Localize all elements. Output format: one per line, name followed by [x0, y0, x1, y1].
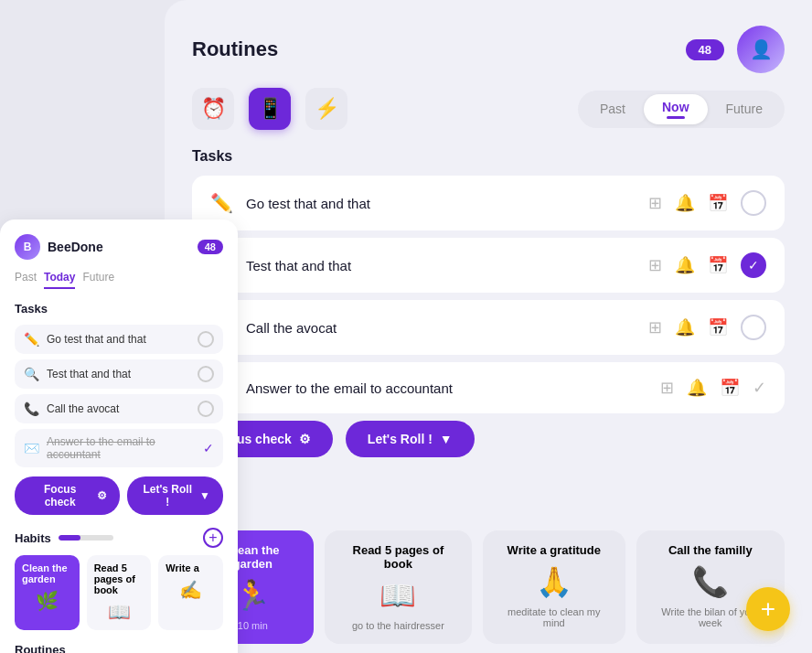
main-task-circle-0[interactable] [741, 190, 766, 216]
main-habit-card-2[interactable]: Write a gratitude 🙏 meditate to clean my… [483, 530, 625, 644]
time-tab-future[interactable]: Future [708, 96, 781, 122]
lets-roll-button-main[interactable]: Let's Roll ! ▼ [346, 421, 475, 457]
sidebar-header: B BeeDone 48 [15, 234, 223, 260]
main-habit-title-1: Read 5 pages of book [337, 543, 459, 571]
filter-icon: ⚙ [97, 489, 107, 502]
task-action-calendar-2[interactable]: 📅 [708, 317, 728, 337]
time-tab-underline [667, 116, 685, 119]
main-habit-icon-1: 📖 [379, 578, 416, 613]
task-action-alarm-3[interactable]: 🔔 [687, 378, 707, 398]
habit-card-1[interactable]: Read 5 pages of book 📖 [87, 555, 152, 630]
habit-cards-main: Clean the garden 🏃 10 min Read 5 pages o… [192, 530, 785, 644]
notification-badge-sidebar: 48 [198, 240, 223, 254]
main-tasks-title: Tasks [192, 148, 785, 165]
habits-section-sidebar: Habits + Clean the garden 🌿 Read 5 pages… [15, 528, 223, 630]
main-task-row-1[interactable]: 🔍 Test that and that ⊞ 🔔 📅 ✓ [192, 238, 785, 293]
task-label-3: Answer to the email to accountant [47, 435, 203, 461]
sidebar-task-3[interactable]: ✉️ Answer to the email to accountant ✓ [15, 429, 223, 467]
task-action-alarm-2[interactable]: 🔔 [675, 317, 695, 337]
habit-card-icon-0: 🌿 [22, 590, 72, 612]
main-content: Routines 48 👤 ⏰ 📱 ⚡ Past Now Future Task… [165, 0, 812, 653]
sidebar-tabs: Past Today Future [15, 271, 223, 289]
habit-cards-sidebar: Clean the garden 🌿 Read 5 pages of book … [15, 555, 223, 630]
sidebar: B BeeDone 48 Past Today Future Tasks ✏️ … [0, 219, 238, 653]
time-tabs: Past Now Future [578, 91, 785, 128]
routine-icon-main-1[interactable]: 📱 [249, 88, 291, 130]
task-label-2: Call the avocat [47, 402, 119, 415]
task-icon-0: ✏️ [24, 332, 39, 347]
sidebar-action-buttons: Focus check ⚙ Let's Roll ! ▼ [15, 476, 223, 515]
habit-card-icon-1: 📖 [94, 601, 144, 623]
routines-title-sidebar: Routines [15, 643, 66, 653]
main-habit-sub-0: 10 min [238, 620, 268, 631]
sidebar-task-1[interactable]: 🔍 Test that and that [15, 359, 223, 389]
main-task-row-2[interactable]: 📞 Call the avocat ⊞ 🔔 📅 [192, 300, 785, 355]
sidebar-tab-future[interactable]: Future [82, 271, 114, 289]
task-action-list-3[interactable]: ⊞ [660, 378, 674, 398]
main-habit-card-1[interactable]: Read 5 pages of book 📖 go to the hairdre… [325, 530, 472, 644]
task-action-list-0[interactable]: ⊞ [648, 193, 662, 213]
habit-card-title-2: Write a [166, 562, 216, 573]
arrow-down-icon: ▼ [199, 489, 210, 502]
habit-card-title-0: Clean the garden [22, 562, 72, 584]
main-habit-sub-2: meditate to clean my mind [496, 606, 612, 628]
lets-roll-button-sidebar[interactable]: Let's Roll ! ▼ [127, 476, 223, 515]
habit-card-icon-2: ✍️ [166, 579, 216, 601]
task-action-calendar-1[interactable]: 📅 [708, 255, 728, 275]
sidebar-title: BeeDone [48, 240, 103, 254]
routine-and-tabs: ⏰ 📱 ⚡ Past Now Future [192, 88, 785, 130]
task-circle-2[interactable] [198, 401, 214, 417]
main-habit-sub-1: go to the hairdresser [352, 620, 444, 631]
main-action-buttons: Focus check ⚙ Let's Roll ! ▼ [192, 421, 785, 457]
main-task-label-2: Call the avocat [246, 320, 337, 336]
float-add-button[interactable]: + [746, 587, 790, 631]
routine-icon-main-2[interactable]: ⚡ [305, 88, 347, 130]
task-icon-1: 🔍 [24, 367, 39, 381]
sidebar-tab-past[interactable]: Past [15, 271, 37, 289]
time-tab-past[interactable]: Past [582, 96, 644, 122]
time-tab-now: Now [644, 94, 708, 124]
habits-title-sidebar: Habits [15, 531, 51, 545]
main-task-circle-2[interactable] [741, 315, 766, 340]
habit-card-0[interactable]: Clean the garden 🌿 [15, 555, 80, 630]
main-task-label-3: Answer to the email to accountant [246, 380, 453, 396]
tasks-section-title: Tasks [15, 302, 223, 316]
focus-check-button-sidebar[interactable]: Focus check ⚙ [15, 476, 120, 515]
habit-card-title-1: Read 5 pages of book [94, 562, 144, 595]
routine-icon-main-0[interactable]: ⏰ [192, 88, 234, 130]
task-action-alarm-1[interactable]: 🔔 [675, 255, 695, 275]
sidebar-task-0[interactable]: ✏️ Go test that and that [15, 325, 223, 354]
sidebar-task-2[interactable]: 📞 Call the avocat [15, 394, 223, 423]
task-check-3[interactable]: ✓ [753, 378, 766, 398]
task-label-0: Go test that and that [47, 333, 146, 346]
main-task-row-3[interactable]: ✉️ Answer to the email to accountant ⊞ 🔔… [192, 362, 785, 413]
main-title: Routines [192, 37, 278, 61]
filter-icon-main: ⚙ [299, 432, 311, 446]
task-circle-0[interactable] [198, 331, 214, 348]
task-circle-1[interactable] [198, 366, 214, 382]
avatar: B [15, 234, 40, 260]
main-task-icon-0: ✏️ [210, 192, 233, 214]
task-icon-2: 📞 [24, 401, 39, 416]
main-habit-icon-0: 🏃 [234, 578, 271, 613]
task-action-list-1[interactable]: ⊞ [648, 255, 662, 275]
task-action-alarm-0[interactable]: 🔔 [675, 193, 695, 213]
task-checkmark-3: ✓ [203, 441, 214, 455]
habits-progress-fill [59, 535, 80, 541]
main-task-circle-1[interactable]: ✓ [741, 252, 766, 278]
task-label-1: Test that and that [47, 368, 131, 380]
task-action-calendar-0[interactable]: 📅 [708, 193, 728, 213]
add-habit-button-sidebar[interactable]: + [203, 528, 223, 548]
main-task-row-0[interactable]: ✏️ Go test that and that ⊞ 🔔 📅 [192, 176, 785, 230]
habits-progress-bar [59, 535, 113, 541]
main-habit-icon-3: 📞 [692, 564, 729, 599]
main-habit-title-3: Call the familly [668, 543, 753, 557]
routines-section-sidebar: Routines ⏰ 📱 ⚡ + [15, 643, 223, 653]
habit-card-2[interactable]: Write a ✍️ [158, 555, 223, 630]
main-habit-title-2: Write a gratitude [508, 543, 601, 557]
sidebar-header-left: B BeeDone [15, 234, 103, 260]
task-action-list-2[interactable]: ⊞ [648, 317, 662, 337]
sidebar-tab-today[interactable]: Today [44, 271, 75, 289]
task-action-calendar-3[interactable]: 📅 [720, 378, 740, 398]
user-avatar: 👤 [737, 26, 785, 73]
